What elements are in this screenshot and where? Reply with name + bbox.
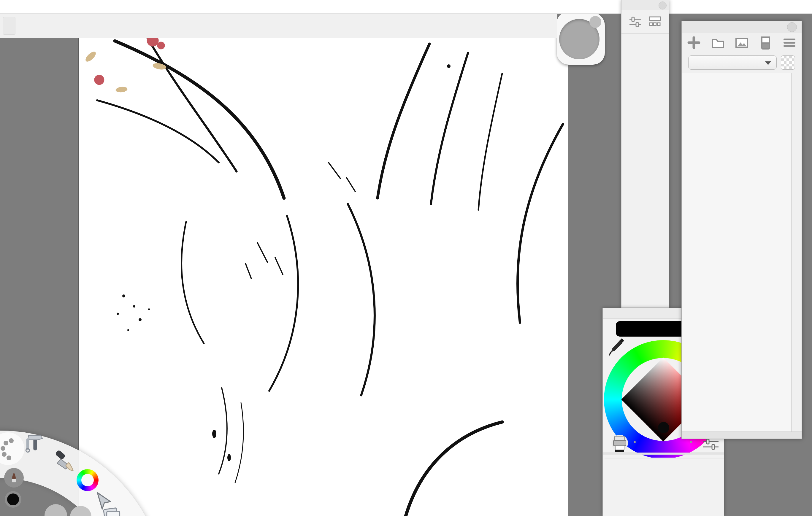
swatch-palette: [605, 458, 724, 459]
application-window: [0, 0, 812, 516]
current-brush-button[interactable]: [4, 468, 24, 488]
blend-mode-select[interactable]: [688, 56, 777, 70]
add-layer-icon[interactable]: [687, 36, 701, 50]
swatch-section-divider: [603, 453, 724, 455]
foreground-color-black: [7, 493, 19, 505]
toolbar-handle: [3, 17, 16, 35]
eyedropper-icon[interactable]: [609, 337, 625, 356]
paper-color-printer-icon[interactable]: [611, 434, 628, 452]
layer-mask-icon[interactable]: [759, 36, 773, 50]
mixer-sliders-icon[interactable]: [702, 438, 719, 450]
canvas-artwork: [79, 38, 569, 516]
brush-panel-close-button[interactable]: [659, 1, 667, 9]
brush-list-layout-icon[interactable]: [648, 16, 662, 28]
ring-marker-dot-left: [634, 441, 636, 443]
layers-panel-close-button[interactable]: [787, 22, 797, 32]
layers-panel-footer: [682, 431, 802, 438]
quick-menu-brush-icon[interactable]: [53, 450, 76, 474]
quick-menu-photos-icon[interactable]: [101, 504, 122, 516]
brush-panel: [621, 0, 669, 308]
color-picker-indicator[interactable]: [658, 422, 669, 433]
drawing-canvas[interactable]: [78, 38, 568, 516]
brush-settings-sliders-icon[interactable]: [629, 16, 642, 28]
quick-menu-tools-icon[interactable]: [21, 431, 44, 454]
menu-bar: [0, 0, 812, 13]
panel-menu-hamburger-icon[interactable]: [783, 36, 796, 50]
quick-menu-colorwheel-icon[interactable]: [77, 469, 98, 491]
quick-menu-gear[interactable]: [0, 432, 24, 465]
layers-panel: [682, 21, 802, 439]
layer-opacity-field[interactable]: [781, 56, 795, 70]
dial-button[interactable]: [589, 16, 601, 28]
brush-panel-titlebar[interactable]: [621, 0, 669, 10]
navigator-dial[interactable]: [557, 12, 605, 65]
layers-panel-titlebar[interactable]: [682, 21, 802, 33]
add-image-icon[interactable]: [735, 36, 749, 50]
layer-list: [682, 73, 791, 432]
current-color-button[interactable]: [5, 491, 21, 508]
gear-dots-icon: [1, 438, 13, 460]
main-toolbar: [0, 13, 557, 38]
ring-marker-dot-right: [690, 441, 692, 443]
add-folder-icon[interactable]: [711, 36, 725, 50]
chevron-down-icon: [765, 61, 771, 65]
